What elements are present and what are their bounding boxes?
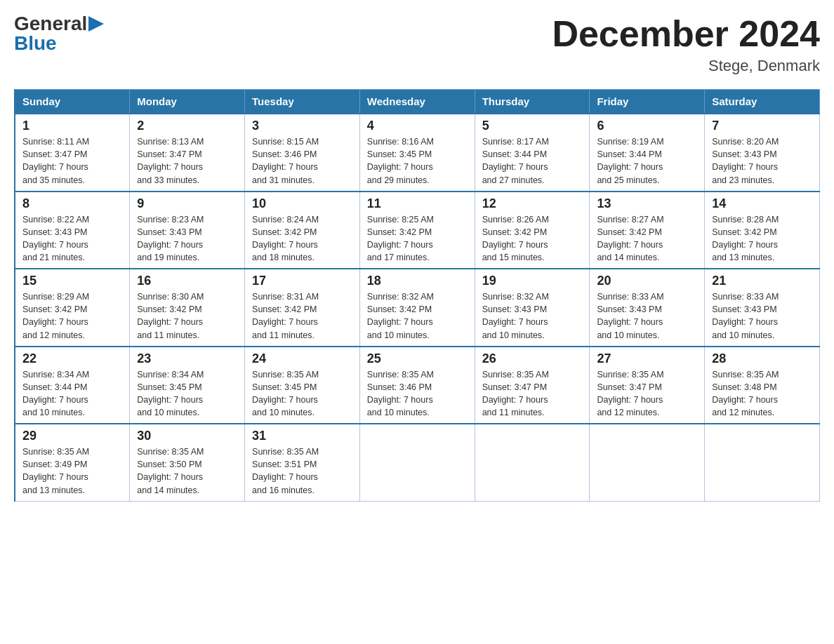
title-block: December 2024 Stege, Denmark <box>552 14 820 75</box>
day-number: 20 <box>597 274 697 288</box>
table-row: 29 Sunrise: 8:35 AM Sunset: 3:49 PM Dayl… <box>15 424 130 501</box>
day-number: 28 <box>712 351 812 366</box>
day-info: Sunrise: 8:24 AM Sunset: 3:42 PM Dayligh… <box>252 213 352 264</box>
table-row: 21 Sunrise: 8:33 AM Sunset: 3:43 PM Dayl… <box>705 269 820 347</box>
day-number: 7 <box>712 119 812 133</box>
day-number: 4 <box>367 119 468 133</box>
table-row: 11 Sunrise: 8:25 AM Sunset: 3:42 PM Dayl… <box>359 192 475 269</box>
calendar-header-row: Sunday Monday Tuesday Wednesday Thursday… <box>15 90 820 114</box>
day-info: Sunrise: 8:35 AM Sunset: 3:47 PM Dayligh… <box>482 368 583 420</box>
col-monday: Monday <box>130 90 245 114</box>
day-number: 16 <box>137 274 237 288</box>
day-number: 19 <box>482 274 583 288</box>
table-row: 17 Sunrise: 8:31 AM Sunset: 3:42 PM Dayl… <box>245 269 360 347</box>
logo-arrow-icon <box>88 16 104 32</box>
table-row: 5 Sunrise: 8:17 AM Sunset: 3:44 PM Dayli… <box>475 114 590 192</box>
day-info: Sunrise: 8:34 AM Sunset: 3:45 PM Dayligh… <box>137 368 237 420</box>
table-row: 4 Sunrise: 8:16 AM Sunset: 3:45 PM Dayli… <box>359 114 475 192</box>
day-info: Sunrise: 8:25 AM Sunset: 3:42 PM Dayligh… <box>367 213 468 264</box>
day-info: Sunrise: 8:23 AM Sunset: 3:43 PM Dayligh… <box>137 213 237 264</box>
day-info: Sunrise: 8:11 AM Sunset: 3:47 PM Dayligh… <box>22 135 122 187</box>
day-number: 21 <box>712 274 812 288</box>
day-number: 5 <box>482 119 583 133</box>
day-info: Sunrise: 8:35 AM Sunset: 3:51 PM Dayligh… <box>252 445 352 497</box>
day-number: 30 <box>137 429 237 443</box>
day-number: 31 <box>252 429 352 443</box>
day-number: 2 <box>137 119 237 133</box>
day-number: 27 <box>597 351 697 366</box>
table-row: 15 Sunrise: 8:29 AM Sunset: 3:42 PM Dayl… <box>15 269 130 347</box>
logo-blue-text: Blue <box>14 34 57 53</box>
table-row: 23 Sunrise: 8:34 AM Sunset: 3:45 PM Dayl… <box>130 347 245 424</box>
day-number: 23 <box>137 351 237 366</box>
table-row: 8 Sunrise: 8:22 AM Sunset: 3:43 PM Dayli… <box>15 192 130 269</box>
day-number: 3 <box>252 119 352 133</box>
day-number: 9 <box>137 196 237 211</box>
day-info: Sunrise: 8:35 AM Sunset: 3:48 PM Dayligh… <box>712 368 812 420</box>
table-row: 20 Sunrise: 8:33 AM Sunset: 3:43 PM Dayl… <box>590 269 705 347</box>
table-row: 10 Sunrise: 8:24 AM Sunset: 3:42 PM Dayl… <box>245 192 360 269</box>
day-number: 1 <box>22 119 122 133</box>
table-row: 18 Sunrise: 8:32 AM Sunset: 3:42 PM Dayl… <box>359 269 475 347</box>
day-number: 6 <box>597 119 697 133</box>
calendar-week-row: 8 Sunrise: 8:22 AM Sunset: 3:43 PM Dayli… <box>15 192 820 269</box>
table-row: 19 Sunrise: 8:32 AM Sunset: 3:43 PM Dayl… <box>475 269 590 347</box>
day-info: Sunrise: 8:19 AM Sunset: 3:44 PM Dayligh… <box>597 135 697 187</box>
table-row <box>705 424 820 501</box>
day-number: 29 <box>22 429 122 443</box>
day-info: Sunrise: 8:35 AM Sunset: 3:50 PM Dayligh… <box>137 445 237 497</box>
location: Stege, Denmark <box>552 57 820 75</box>
logo-general-text: General <box>14 14 87 34</box>
day-number: 18 <box>367 274 468 288</box>
col-sunday: Sunday <box>15 90 130 114</box>
calendar-week-row: 29 Sunrise: 8:35 AM Sunset: 3:49 PM Dayl… <box>15 424 820 501</box>
table-row <box>475 424 590 501</box>
table-row: 27 Sunrise: 8:35 AM Sunset: 3:47 PM Dayl… <box>590 347 705 424</box>
day-number: 10 <box>252 196 352 211</box>
day-info: Sunrise: 8:35 AM Sunset: 3:47 PM Dayligh… <box>597 368 697 420</box>
day-info: Sunrise: 8:29 AM Sunset: 3:42 PM Dayligh… <box>22 290 122 342</box>
calendar-table: Sunday Monday Tuesday Wednesday Thursday… <box>14 89 820 502</box>
day-number: 8 <box>22 196 122 211</box>
day-info: Sunrise: 8:20 AM Sunset: 3:43 PM Dayligh… <box>712 135 812 187</box>
day-number: 15 <box>22 274 122 288</box>
day-number: 25 <box>367 351 468 366</box>
day-info: Sunrise: 8:26 AM Sunset: 3:42 PM Dayligh… <box>482 213 583 264</box>
day-number: 11 <box>367 196 468 211</box>
day-info: Sunrise: 8:35 AM Sunset: 3:46 PM Dayligh… <box>367 368 468 420</box>
day-number: 22 <box>22 351 122 366</box>
day-info: Sunrise: 8:17 AM Sunset: 3:44 PM Dayligh… <box>482 135 583 187</box>
day-info: Sunrise: 8:13 AM Sunset: 3:47 PM Dayligh… <box>137 135 237 187</box>
col-saturday: Saturday <box>705 90 820 114</box>
table-row <box>359 424 475 501</box>
table-row: 25 Sunrise: 8:35 AM Sunset: 3:46 PM Dayl… <box>359 347 475 424</box>
logo: General Blue <box>14 14 104 53</box>
day-info: Sunrise: 8:30 AM Sunset: 3:42 PM Dayligh… <box>137 290 237 342</box>
page-header: General Blue December 2024 Stege, Denmar… <box>14 14 820 75</box>
table-row: 26 Sunrise: 8:35 AM Sunset: 3:47 PM Dayl… <box>475 347 590 424</box>
table-row: 31 Sunrise: 8:35 AM Sunset: 3:51 PM Dayl… <box>245 424 360 501</box>
day-info: Sunrise: 8:15 AM Sunset: 3:46 PM Dayligh… <box>252 135 352 187</box>
day-number: 14 <box>712 196 812 211</box>
day-number: 13 <box>597 196 697 211</box>
table-row <box>590 424 705 501</box>
calendar-week-row: 22 Sunrise: 8:34 AM Sunset: 3:44 PM Dayl… <box>15 347 820 424</box>
table-row: 7 Sunrise: 8:20 AM Sunset: 3:43 PM Dayli… <box>705 114 820 192</box>
day-number: 24 <box>252 351 352 366</box>
day-info: Sunrise: 8:22 AM Sunset: 3:43 PM Dayligh… <box>22 213 122 264</box>
day-info: Sunrise: 8:35 AM Sunset: 3:49 PM Dayligh… <box>22 445 122 497</box>
day-info: Sunrise: 8:32 AM Sunset: 3:42 PM Dayligh… <box>367 290 468 342</box>
table-row: 22 Sunrise: 8:34 AM Sunset: 3:44 PM Dayl… <box>15 347 130 424</box>
table-row: 28 Sunrise: 8:35 AM Sunset: 3:48 PM Dayl… <box>705 347 820 424</box>
svg-marker-0 <box>88 16 104 32</box>
table-row: 24 Sunrise: 8:35 AM Sunset: 3:45 PM Dayl… <box>245 347 360 424</box>
calendar-week-row: 1 Sunrise: 8:11 AM Sunset: 3:47 PM Dayli… <box>15 114 820 192</box>
calendar-week-row: 15 Sunrise: 8:29 AM Sunset: 3:42 PM Dayl… <box>15 269 820 347</box>
day-info: Sunrise: 8:33 AM Sunset: 3:43 PM Dayligh… <box>712 290 812 342</box>
col-wednesday: Wednesday <box>359 90 475 114</box>
table-row: 1 Sunrise: 8:11 AM Sunset: 3:47 PM Dayli… <box>15 114 130 192</box>
col-friday: Friday <box>590 90 705 114</box>
table-row: 30 Sunrise: 8:35 AM Sunset: 3:50 PM Dayl… <box>130 424 245 501</box>
day-info: Sunrise: 8:34 AM Sunset: 3:44 PM Dayligh… <box>22 368 122 420</box>
table-row: 13 Sunrise: 8:27 AM Sunset: 3:42 PM Dayl… <box>590 192 705 269</box>
